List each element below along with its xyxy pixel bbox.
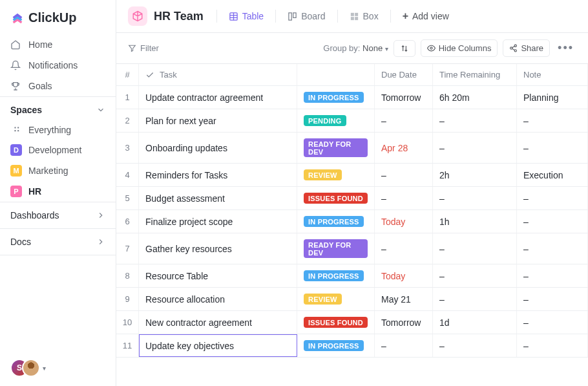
task-cell[interactable]: Reminders for Tasks <box>139 164 297 186</box>
table-row[interactable]: 2Plan for next yearPENDING––– <box>116 109 588 133</box>
due-cell[interactable]: – <box>375 334 433 357</box>
note-cell[interactable]: – <box>517 233 588 264</box>
avatar[interactable] <box>22 359 40 377</box>
col-time[interactable]: Time Remaining <box>433 64 517 85</box>
col-note[interactable]: Note <box>517 64 588 85</box>
check-icon <box>145 70 154 80</box>
status-cell[interactable]: REVIEW <box>297 288 375 310</box>
row-num: 4 <box>116 164 139 186</box>
more-button[interactable]: ••• <box>555 41 576 55</box>
task-cell[interactable]: Budget assessment <box>139 187 297 209</box>
table-row[interactable]: 10New contractor agreementISSUES FOUNDTo… <box>116 311 588 334</box>
share-button[interactable]: Share <box>503 39 550 57</box>
space-development[interactable]: D Development <box>0 140 116 160</box>
hide-columns-button[interactable]: Hide Columns <box>421 39 498 57</box>
user-avatars[interactable]: S ▾ <box>0 350 116 386</box>
time-cell[interactable]: – <box>433 288 517 310</box>
note-cell[interactable]: – <box>517 264 588 287</box>
note-cell[interactable]: – <box>517 334 588 357</box>
due-cell[interactable]: Today <box>375 264 433 287</box>
due-cell[interactable]: May 21 <box>375 288 433 310</box>
add-view-button[interactable]: + Add view <box>396 6 456 26</box>
note-cell[interactable]: – <box>517 109 588 132</box>
col-task[interactable]: Task <box>139 64 297 85</box>
row-num: 10 <box>116 311 139 334</box>
task-cell[interactable]: Plan for next year <box>139 109 297 132</box>
due-cell[interactable]: – <box>375 164 433 186</box>
table-row[interactable]: 11Update key objectivesIN PROGRESS––– <box>116 334 588 358</box>
status-cell[interactable]: ISSUES FOUND <box>297 187 375 209</box>
note-cell[interactable]: – <box>517 288 588 310</box>
time-cell[interactable]: 6h 20m <box>433 86 517 109</box>
space-marketing[interactable]: M Marketing <box>0 160 116 181</box>
svg-point-14 <box>515 50 517 52</box>
space-hr[interactable]: P HR <box>0 181 116 202</box>
status-cell[interactable]: ISSUES FOUND <box>297 311 375 334</box>
due-cell[interactable]: Tomorrow <box>375 311 433 334</box>
time-cell[interactable]: – <box>433 334 517 357</box>
nav-goals[interactable]: Goals <box>0 76 116 96</box>
status-cell[interactable]: READY FOR DEV <box>297 233 375 264</box>
time-cell[interactable]: – <box>433 264 517 287</box>
time-cell[interactable]: – <box>433 233 517 264</box>
time-cell[interactable]: – <box>433 187 517 209</box>
table-row[interactable]: 9Resource allocationREVIEWMay 21–– <box>116 288 588 311</box>
nav-home[interactable]: Home <box>0 34 116 55</box>
status-cell[interactable]: READY FOR DEV <box>297 133 375 163</box>
sort-button[interactable] <box>394 40 415 57</box>
due-cell[interactable]: – <box>375 233 433 264</box>
task-cell[interactable]: Gather key resources <box>139 233 297 264</box>
note-cell[interactable]: Planning <box>517 86 588 109</box>
due-cell[interactable]: Today <box>375 210 433 233</box>
col-status[interactable] <box>297 64 375 85</box>
time-cell[interactable]: 2h <box>433 164 517 186</box>
note-cell[interactable]: – <box>517 311 588 334</box>
table-row[interactable]: 7Gather key resourcesREADY FOR DEV––– <box>116 233 588 264</box>
due-cell[interactable]: – <box>375 187 433 209</box>
due-cell[interactable]: Apr 28 <box>375 133 433 163</box>
table-row[interactable]: 3Onboarding updatesREADY FOR DEVApr 28–– <box>116 133 588 164</box>
due-cell[interactable]: Tomorrow <box>375 86 433 109</box>
view-tab-box[interactable]: Box <box>343 7 385 25</box>
task-cell[interactable]: Resource allocation <box>139 288 297 310</box>
status-cell[interactable]: IN PROGRESS <box>297 210 375 233</box>
logo[interactable]: ClickUp <box>0 10 116 34</box>
table-row[interactable]: 1Update contractor agreementIN PROGRESST… <box>116 86 588 109</box>
col-num[interactable]: # <box>116 64 139 85</box>
status-cell[interactable]: IN PROGRESS <box>297 334 375 357</box>
spaces-header[interactable]: Spaces <box>0 97 116 120</box>
filter-button[interactable]: Filter <box>128 43 159 53</box>
status-cell[interactable]: PENDING <box>297 109 375 132</box>
table-row[interactable]: 6Finalize project scopeIN PROGRESSToday1… <box>116 210 588 233</box>
task-cell[interactable]: New contractor agreement <box>139 311 297 334</box>
task-cell[interactable]: Update key objectives <box>139 334 297 357</box>
note-cell[interactable]: Execution <box>517 164 588 186</box>
task-cell[interactable]: Resource Table <box>139 264 297 287</box>
task-cell[interactable]: Finalize project scope <box>139 210 297 233</box>
status-cell[interactable]: REVIEW <box>297 164 375 186</box>
due-cell[interactable]: – <box>375 109 433 132</box>
spaces-everything[interactable]: Everything <box>0 120 116 140</box>
time-cell[interactable]: 1d <box>433 311 517 334</box>
sidebar-docs[interactable]: Docs <box>0 228 116 255</box>
table-row[interactable]: 5Budget assessmentISSUES FOUND––– <box>116 187 588 210</box>
sidebar-dashboards[interactable]: Dashboards <box>0 202 116 228</box>
note-cell[interactable]: – <box>517 133 588 163</box>
note-cell[interactable]: – <box>517 210 588 233</box>
status-cell[interactable]: IN PROGRESS <box>297 264 375 287</box>
table-row[interactable]: 8Resource TableIN PROGRESSToday–– <box>116 264 588 288</box>
table-row[interactable]: 4Reminders for TasksREVIEW–2hExecution <box>116 164 588 187</box>
task-cell[interactable]: Update contractor agreement <box>139 86 297 109</box>
time-cell[interactable]: – <box>433 109 517 132</box>
time-cell[interactable]: – <box>433 133 517 163</box>
note-cell[interactable]: – <box>517 187 588 209</box>
task-cell[interactable]: Onboarding updates <box>139 133 297 163</box>
view-tab-board[interactable]: Board <box>281 7 331 25</box>
col-due[interactable]: Due Date <box>375 64 433 85</box>
status-cell[interactable]: IN PROGRESS <box>297 86 375 109</box>
groupby-select[interactable]: Group by: None ▾ <box>323 43 388 53</box>
chevron-down-icon: ▾ <box>43 365 46 372</box>
time-cell[interactable]: 1h <box>433 210 517 233</box>
view-tab-table[interactable]: Table <box>222 7 270 25</box>
nav-notifications[interactable]: Notifications <box>0 55 116 76</box>
